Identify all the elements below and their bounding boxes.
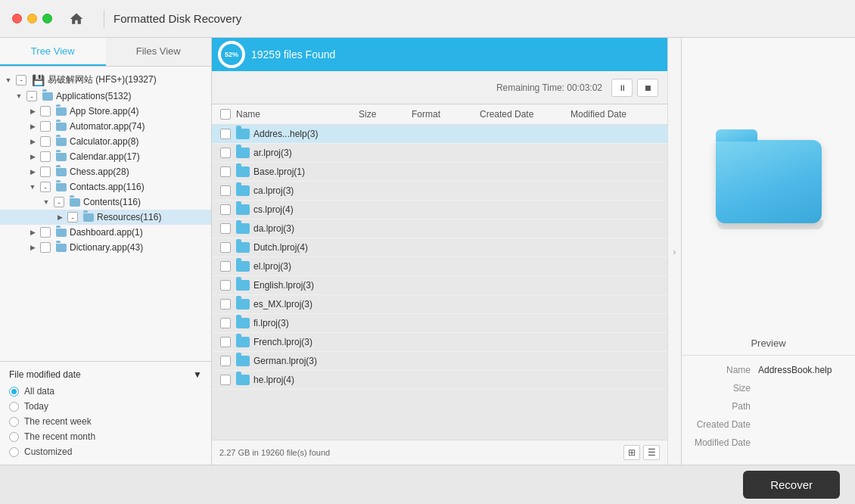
radio-all-data[interactable] xyxy=(9,387,19,397)
tree-container[interactable]: ▼ 💾 易破解网站 (HFS+)(19327) ▼ Applications(5… xyxy=(0,67,211,361)
pause-button[interactable]: ⏸ xyxy=(611,79,633,97)
row-checkbox[interactable] xyxy=(220,261,231,272)
checkbox-appstore[interactable] xyxy=(40,106,51,117)
row-checkbox[interactable] xyxy=(220,356,231,366)
expand-panel-button[interactable]: › xyxy=(667,38,681,465)
tab-files-view[interactable]: Files View xyxy=(106,38,212,66)
filter-option-recent-week[interactable]: The recent week xyxy=(9,416,202,427)
header-check[interactable] xyxy=(218,109,236,120)
filter-option-recent-month[interactable]: The recent month xyxy=(9,431,202,442)
filter-option-today[interactable]: Today xyxy=(9,401,202,412)
progress-files-found: 19259 files Found xyxy=(251,48,335,61)
row-checkbox[interactable] xyxy=(220,204,231,215)
table-row[interactable]: ar.lproj(3) xyxy=(212,144,667,163)
tree-label-applications: Applications(5132) xyxy=(56,91,131,101)
folder-icon-appstore xyxy=(56,107,67,116)
expand-arrow-appstore: ▶ xyxy=(27,106,38,117)
row-checkbox[interactable] xyxy=(220,337,231,347)
filter-label-recent-week: The recent week xyxy=(24,416,92,427)
table-row[interactable]: Addres...help(3) xyxy=(212,125,667,144)
checkbox-contacts[interactable] xyxy=(40,182,51,192)
table-row[interactable]: English.lproj(3) xyxy=(212,276,667,295)
row-checkbox[interactable] xyxy=(220,223,231,234)
select-all-checkbox[interactable] xyxy=(220,109,231,120)
row-checkbox[interactable] xyxy=(220,129,231,139)
checkbox-dashboard[interactable] xyxy=(40,227,51,238)
detail-modified-row: Modified Date xyxy=(694,437,843,448)
tree-item-calendar[interactable]: ▶ Calendar.app(17) xyxy=(0,149,211,164)
row-checkbox[interactable] xyxy=(220,280,231,291)
checkbox-automator[interactable] xyxy=(40,121,51,132)
tree-item-root[interactable]: ▼ 💾 易破解网站 (HFS+)(19327) xyxy=(0,71,211,89)
table-row[interactable]: el.lproj(3) xyxy=(212,257,667,276)
grid-view-button[interactable]: ⊞ xyxy=(623,445,640,460)
filter-option-customized[interactable]: Customized xyxy=(9,446,202,457)
row-checkbox[interactable] xyxy=(220,242,231,253)
checkbox-chess[interactable] xyxy=(40,166,51,177)
col-header-size: Size xyxy=(359,109,412,120)
tree-item-chess[interactable]: ▶ Chess.app(28) xyxy=(0,164,211,179)
row-checkbox[interactable] xyxy=(220,185,231,196)
main-area: Tree View Files View ▼ 💾 易破解网站 (HFS+)(19… xyxy=(0,38,855,465)
checkbox-root[interactable] xyxy=(16,75,26,86)
checkbox-contents[interactable] xyxy=(54,197,64,207)
tree-item-contents[interactable]: ▼ Contents(116) xyxy=(0,194,211,210)
minimize-button[interactable] xyxy=(27,14,37,23)
filter-option-all-data[interactable]: All data xyxy=(9,386,202,397)
tree-item-contacts[interactable]: ▼ Contacts.app(116) xyxy=(0,179,211,194)
tree-item-dictionary[interactable]: ▶ Dictionary.app(43) xyxy=(0,240,211,255)
table-row[interactable]: he.lproj(4) xyxy=(212,371,667,390)
checkbox-calculator[interactable] xyxy=(40,136,51,147)
expand-arrow-calculator: ▶ xyxy=(27,136,38,147)
table-row[interactable]: German.lproj(3) xyxy=(212,352,667,371)
checkbox-dictionary[interactable] xyxy=(40,242,51,253)
expand-arrow-contents: ▼ xyxy=(41,197,51,207)
table-row[interactable]: ca.lproj(3) xyxy=(212,182,667,201)
checkbox-calendar[interactable] xyxy=(40,151,51,162)
row-check[interactable] xyxy=(218,129,236,139)
table-row[interactable]: es_MX.lproj(3) xyxy=(212,295,667,314)
view-buttons: ⊞ ☰ xyxy=(623,445,660,460)
table-row[interactable]: Base.lproj(1) xyxy=(212,163,667,182)
row-checkbox[interactable] xyxy=(220,166,231,177)
tree-item-dashboard[interactable]: ▶ Dashboard.app(1) xyxy=(0,225,211,240)
detail-name-val: AddressBook.help xyxy=(758,365,843,375)
tree-item-automator[interactable]: ▶ Automator.app(74) xyxy=(0,119,211,134)
tree-label-contacts: Contacts.app(116) xyxy=(70,182,145,192)
home-icon[interactable] xyxy=(64,7,89,31)
checkbox-applications[interactable] xyxy=(26,91,37,101)
row-checkbox[interactable] xyxy=(220,318,231,328)
close-button[interactable] xyxy=(12,14,22,23)
file-table: Name Size Format Created Date Modified D… xyxy=(212,104,667,465)
maximize-button[interactable] xyxy=(42,14,52,23)
filter-header[interactable]: File modified date ▼ xyxy=(9,369,202,380)
col-header-format: Format xyxy=(412,109,480,120)
radio-recent-month[interactable] xyxy=(9,432,19,442)
tree-item-applications[interactable]: ▼ Applications(5132) xyxy=(0,89,211,104)
table-summary: 2.27 GB in 19260 file(s) found xyxy=(219,448,330,457)
table-row[interactable]: da.lproj(3) xyxy=(212,219,667,238)
row-checkbox[interactable] xyxy=(220,148,231,158)
radio-customized[interactable] xyxy=(9,447,19,457)
row-checkbox[interactable] xyxy=(220,299,231,310)
tree-item-calculator[interactable]: ▶ Calculator.app(8) xyxy=(0,134,211,149)
row-checkbox[interactable] xyxy=(220,375,231,385)
tab-tree-view[interactable]: Tree View xyxy=(0,38,106,66)
checkbox-resources[interactable] xyxy=(67,212,78,222)
recover-button[interactable]: Recover xyxy=(743,471,840,499)
table-row[interactable]: fi.lproj(3) xyxy=(212,314,667,333)
radio-recent-week[interactable] xyxy=(9,417,19,427)
row-check[interactable] xyxy=(218,148,236,158)
tree-item-appstore[interactable]: ▶ App Store.app(4) xyxy=(0,104,211,119)
stop-button[interactable]: ⏹ xyxy=(637,79,658,97)
table-row[interactable]: cs.lproj(4) xyxy=(212,201,667,219)
row-folder-icon xyxy=(236,166,250,177)
radio-today[interactable] xyxy=(9,402,19,412)
table-row[interactable]: French.lproj(3) xyxy=(212,333,667,352)
table-row[interactable]: Dutch.lproj(4) xyxy=(212,238,667,257)
folder-icon-contacts xyxy=(56,183,67,191)
table-body[interactable]: Addres...help(3) ar.lproj(3) xyxy=(212,125,667,440)
tree-item-resources[interactable]: ▶ Resources(116) xyxy=(0,210,211,225)
bottom-bar: Recover xyxy=(0,465,855,504)
list-view-button[interactable]: ☰ xyxy=(643,445,660,460)
